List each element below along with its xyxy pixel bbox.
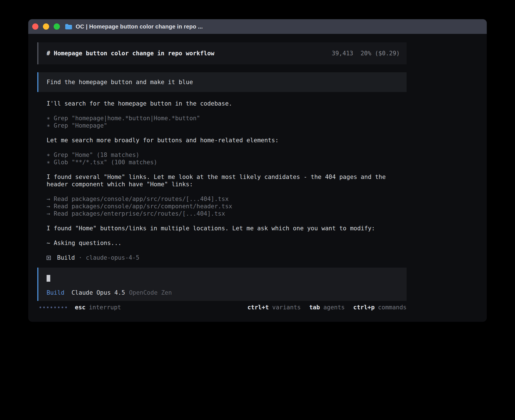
model-name[interactable]: Claude Opus 4.5: [71, 289, 125, 296]
user-message: Find the homepage button and make it blu…: [37, 72, 407, 92]
titlebar[interactable]: OC | Homepage button color change in rep…: [28, 19, 487, 34]
assistant-text: I found "Home" buttons/links in multiple…: [47, 225, 402, 232]
text-cursor: [47, 275, 50, 282]
folder-icon: [65, 24, 72, 29]
minimize-button[interactable]: [43, 23, 49, 30]
user-message-text: Find the homepage button and make it blu…: [47, 79, 193, 86]
mode-label[interactable]: Build: [47, 289, 64, 296]
tool-call-grep: ∗ Grep "homepage|home.*button|Home.*butt…: [47, 115, 487, 122]
traffic-lights: [32, 23, 60, 30]
tool-call-grep: ∗ Grep "Home" (18 matches): [47, 151, 487, 159]
window-title: OC | Homepage button color change in rep…: [76, 23, 203, 30]
session-header: # Homepage button color change in repo w…: [37, 42, 407, 64]
shortcut-commands: ctrl+p commands: [353, 304, 407, 311]
model-status-line: Build Claude Opus 4.5 OpenCode Zen: [47, 289, 400, 296]
close-button[interactable]: [32, 23, 38, 30]
tool-call-read: → Read packages/console/app/src/routes/[…: [47, 195, 487, 203]
esc-key: esc: [75, 304, 86, 311]
prompt-input[interactable]: Build Claude Opus 4.5 OpenCode Zen: [37, 268, 407, 301]
agent-badge-icon: [47, 256, 51, 260]
tool-call-glob: ∗ Glob "**/*.tsx" (100 matches): [47, 159, 487, 166]
session-title: # Homepage button color change in repo w…: [47, 50, 214, 57]
zoom-button[interactable]: [54, 23, 60, 30]
agent-status-line: Build · claude-opus-4-5: [47, 254, 487, 261]
status-text: ~ Asking questions...: [47, 239, 402, 247]
esc-hint: interrupt: [89, 304, 121, 311]
token-count: 39,413: [332, 50, 353, 57]
session-meta: 39,413 20% ($0.29): [332, 50, 400, 57]
status-bar: esc interrupt ctrl+t variants tab agents…: [40, 304, 407, 311]
context-usage: 20% ($0.29): [361, 50, 400, 57]
agent-model: claude-opus-4-5: [86, 254, 139, 261]
conversation: I'll search for the homepage button in t…: [37, 92, 487, 261]
input-line[interactable]: [47, 274, 400, 282]
shortcut-agents: tab agents: [309, 304, 345, 311]
assistant-text: I'll search for the homepage button in t…: [47, 100, 402, 107]
shortcut-variants: ctrl+t variants: [247, 304, 301, 311]
provider-name: OpenCode Zen: [129, 289, 172, 296]
tool-call-read: → Read packages/enterprise/src/routes/[.…: [47, 210, 487, 217]
assistant-text: I found several "Home" links. Let me loo…: [47, 173, 402, 188]
agent-name: Build: [57, 254, 75, 261]
spinner-dots: [40, 307, 67, 308]
terminal-window: OC | Homepage button color change in rep…: [28, 19, 487, 322]
tool-call-read: → Read packages/console/app/src/componen…: [47, 203, 487, 210]
terminal-content: # Homepage button color change in repo w…: [28, 34, 487, 311]
agent-separator: ·: [78, 254, 82, 261]
tool-call-grep: ∗ Grep "Homepage": [47, 122, 487, 129]
assistant-text: Let me search more broadly for buttons a…: [47, 137, 402, 144]
